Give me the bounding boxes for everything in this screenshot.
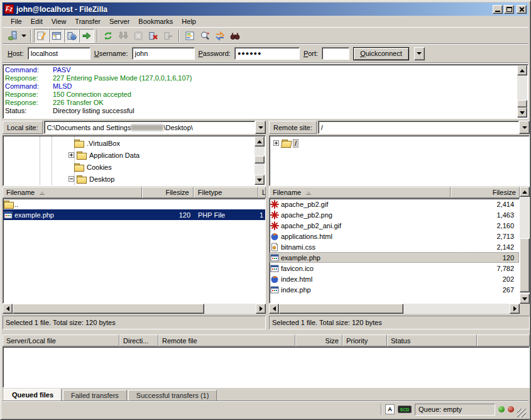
expand-plus-icon[interactable] <box>68 152 74 158</box>
local-site-dropdown[interactable] <box>255 121 266 134</box>
toggle-remote-tree-button[interactable] <box>64 29 79 43</box>
menu-edit[interactable]: Edit <box>26 16 47 26</box>
synchronized-browsing-button[interactable] <box>212 29 227 43</box>
expand-plus-icon[interactable] <box>273 140 279 146</box>
remote-row[interactable]: apache_pb2.gif 2,414 <box>270 199 519 209</box>
remote-path-field[interactable]: / <box>318 121 519 134</box>
remote-site-dropdown[interactable] <box>519 121 530 134</box>
local-hscroll-thumb[interactable] <box>13 304 204 314</box>
tree-item-desktop[interactable]: Desktop <box>68 173 116 185</box>
local-hscrollbar[interactable] <box>3 304 266 314</box>
local-col-filesize[interactable]: Filesize <box>142 187 193 198</box>
cancel-button[interactable] <box>131 29 146 43</box>
queue-col-status[interactable]: Status <box>387 334 477 346</box>
local-file-list[interactable]: .. example.php 120 PHP File 1 <box>3 198 266 304</box>
close-button[interactable] <box>517 5 527 14</box>
menu-transfer[interactable]: Transfer <box>70 16 105 26</box>
message-log[interactable]: Command:PASV Response:227 Entering Passi… <box>3 64 528 119</box>
remote-hscrollbar[interactable] <box>269 304 520 314</box>
minimize-button[interactable] <box>493 5 503 14</box>
local-tree-scroll-up[interactable] <box>255 136 265 146</box>
quickconnect-dropdown[interactable] <box>414 47 425 60</box>
remote-row[interactable]: index.html 202 <box>270 274 519 284</box>
remote-site-combo[interactable]: / <box>318 121 530 134</box>
queue-status-text: Queue: empty <box>419 406 462 413</box>
local-tree-scroll-down[interactable] <box>255 175 265 185</box>
menu-bookmarks[interactable]: Bookmarks <box>134 16 177 26</box>
tab-failed-transfers[interactable]: Failed transfers <box>63 390 127 401</box>
password-input[interactable]: ●●●●●● <box>234 47 300 60</box>
filezilla-logo-icon: Fz <box>4 4 14 14</box>
apache-image-icon <box>270 211 279 219</box>
local-path-field[interactable]: C:\Documents and Settings\Desktop\ <box>44 121 255 134</box>
log-scroll-up-button[interactable] <box>517 65 527 75</box>
filter-button[interactable] <box>182 29 197 43</box>
tree-item-virtualbox[interactable]: .VirtualBox <box>72 137 121 149</box>
local-row-parent-dir[interactable]: .. <box>3 199 265 209</box>
remote-tree[interactable]: / <box>269 135 530 186</box>
title-bar[interactable]: Fz john@localhost - FileZilla <box>3 3 528 16</box>
remote-vscroll-thumb[interactable] <box>520 238 530 292</box>
local-scroll-right[interactable] <box>256 304 266 314</box>
local-tree[interactable]: .VirtualBox Application Data Cookies Des… <box>3 135 266 186</box>
remote-row[interactable]: favicon.ico 7,782 <box>270 263 519 274</box>
remote-row[interactable]: bitnami.css 2,142 <box>270 241 519 252</box>
remote-scroll-up[interactable] <box>520 187 530 197</box>
site-manager-button[interactable] <box>5 29 20 43</box>
queue-col-priority[interactable]: Priority <box>342 334 387 346</box>
menu-help[interactable]: Help <box>177 16 200 26</box>
site-manager-dropdown[interactable] <box>20 29 28 43</box>
remote-row[interactable]: applications.html 2,713 <box>270 231 519 241</box>
collapse-minus-icon[interactable] <box>68 176 74 182</box>
local-scroll-left[interactable] <box>3 304 13 314</box>
username-input[interactable]: john <box>132 47 195 60</box>
host-input[interactable]: localhost <box>28 47 90 60</box>
toggle-local-tree-button[interactable] <box>49 29 64 43</box>
file-modified: 1 <box>260 211 265 219</box>
toggle-queue-button[interactable] <box>79 29 94 43</box>
log-scroll-thumb[interactable] <box>517 100 527 108</box>
maximize-button[interactable] <box>504 5 514 14</box>
tab-queued-files[interactable]: Queued files <box>4 389 62 401</box>
disconnect-button[interactable] <box>146 29 161 43</box>
remote-col-filesize[interactable]: Filesize <box>451 187 520 198</box>
remote-hscroll-thumb[interactable] <box>279 304 403 314</box>
refresh-button[interactable] <box>101 29 116 43</box>
local-col-filetype[interactable]: Filetype <box>194 187 258 198</box>
remote-scroll-down[interactable] <box>520 294 530 304</box>
remote-col-filename[interactable]: Filename <box>269 187 451 198</box>
tree-item-cookies[interactable]: Cookies <box>72 161 113 173</box>
menu-server[interactable]: Server <box>105 16 134 26</box>
queue-col-remote-file[interactable]: Remote file <box>158 334 295 346</box>
reconnect-button[interactable] <box>161 29 176 43</box>
log-scroll-down-button[interactable] <box>517 108 527 118</box>
queue-col-size[interactable]: Size <box>295 334 342 346</box>
process-queue-button[interactable] <box>116 29 131 43</box>
local-row-example-php[interactable]: example.php 120 PHP File 1 <box>3 209 265 220</box>
quickconnect-button[interactable]: Quickconnect <box>353 47 409 60</box>
remote-row-selected[interactable]: example.php 120 <box>270 252 519 263</box>
tab-successful-transfers[interactable]: Successful transfers (1) <box>128 390 217 401</box>
port-input[interactable] <box>322 47 349 60</box>
toggle-message-log-button[interactable] <box>34 29 49 43</box>
remote-row[interactable]: index.php 267 <box>270 284 519 295</box>
remote-tree-root[interactable]: / <box>273 137 298 149</box>
directory-comparison-button[interactable] <box>197 29 212 43</box>
remote-scroll-left[interactable] <box>269 304 279 314</box>
remote-scroll-right[interactable] <box>510 304 520 314</box>
queue-col-server-local[interactable]: Server/Local file <box>3 334 119 346</box>
resize-grip[interactable] <box>517 409 526 417</box>
remote-row[interactable]: apache_pb2_ani.gif 2,160 <box>270 220 519 231</box>
find-files-button[interactable] <box>227 29 243 43</box>
local-col-filename[interactable]: Filename <box>3 187 142 198</box>
remote-file-list[interactable]: apache_pb2.gif 2,414 apache_pb2.png 1,46… <box>269 198 520 304</box>
menu-file[interactable]: File <box>6 16 26 26</box>
remote-row[interactable]: apache_pb2.png 1,463 <box>270 209 519 220</box>
local-tree-scroll-thumb[interactable] <box>255 156 265 163</box>
local-site-combo[interactable]: C:\Documents and Settings\Desktop\ <box>44 121 266 134</box>
menu-view[interactable]: View <box>47 16 71 26</box>
local-col-modified[interactable]: L <box>258 187 266 198</box>
queue-list[interactable] <box>3 346 530 388</box>
tree-item-application-data[interactable]: Application Data <box>68 149 141 161</box>
queue-col-direction[interactable]: Directi... <box>119 334 158 346</box>
